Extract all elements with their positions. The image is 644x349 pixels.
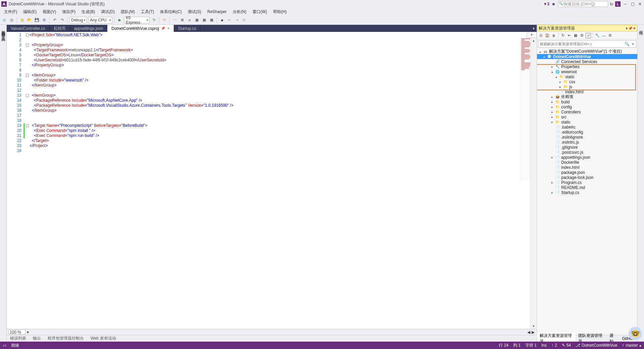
new-project-button[interactable]: ▥ (19, 17, 25, 23)
document-tab[interactable]: 起始页 (50, 25, 70, 32)
document-tab[interactable]: DotnetCoreWithVue.csproj📌✕ (107, 25, 174, 32)
solution-search[interactable]: 🔍 ▾ (538, 40, 636, 48)
scroll-up-icon[interactable]: ▲ (531, 38, 537, 43)
status-pending[interactable]: ✎ 54 (562, 343, 571, 348)
document-tab[interactable]: appsettings.json (70, 25, 108, 32)
fold-toggle[interactable]: - (26, 74, 29, 77)
vertical-scrollbar[interactable]: ▲ ▼ (530, 38, 537, 329)
output-tab[interactable]: 输出 (32, 335, 42, 342)
save-button[interactable]: 💾 (34, 17, 40, 23)
tree-node[interactable]: ▸📁build (537, 99, 637, 104)
sx-sync-button[interactable]: 🗎 (551, 33, 556, 38)
zoom-dropdown-icon[interactable]: ▾ (27, 330, 29, 335)
tree-node[interactable]: ▸📁Controllers (537, 109, 637, 114)
tree-node[interactable]: 📄index.html (537, 89, 637, 94)
tree-node[interactable]: 📄package.json (537, 170, 637, 175)
fold-toggle[interactable]: - (26, 124, 29, 127)
sx-back-button[interactable]: ◎ (538, 33, 544, 38)
tree-node[interactable]: 📄.gitignore (537, 145, 637, 150)
menu-item[interactable]: 窗口(W) (250, 8, 270, 15)
tree-twisty-icon[interactable]: ▸ (550, 105, 554, 109)
feedback-icon[interactable]: ☻ (551, 2, 556, 6)
tree-twisty-icon[interactable]: ▸ (550, 156, 554, 159)
tb-icons[interactable]: ⋯ (172, 17, 178, 23)
tree-node[interactable]: ▸📄Program.cs (537, 180, 637, 185)
tree-node[interactable]: 📄index.html (537, 165, 637, 170)
sx-properties-button[interactable]: ⤢ (586, 33, 591, 38)
start-button[interactable]: ▶ (117, 17, 123, 23)
sx-collapse-button[interactable]: ⇤ (567, 33, 572, 38)
tree-twisty-icon[interactable]: ▸ (550, 115, 554, 119)
tree-node[interactable]: ▸📁src (537, 114, 637, 119)
menu-item[interactable]: 生成(B) (79, 8, 98, 15)
document-tab[interactable]: Startup.cs (174, 25, 201, 32)
menu-item[interactable]: 帮助(H) (270, 8, 289, 15)
tree-node[interactable]: 📄README.md (537, 185, 637, 190)
menu-item[interactable]: 调试(D) (98, 8, 117, 15)
menu-item[interactable]: 编辑(E) (20, 8, 39, 15)
tree-node[interactable]: 🔗Connected Services (537, 59, 637, 64)
fold-toggle[interactable]: - (26, 34, 29, 37)
close-button[interactable]: ✕ (637, 1, 643, 7)
tree-node[interactable]: ▴🌐wwwroot (537, 69, 637, 74)
scroll-track[interactable] (531, 43, 536, 323)
status-push[interactable]: ↑ 2 (551, 343, 557, 348)
tree-node[interactable]: ▸🔧Properties (537, 64, 637, 69)
split-editor-button[interactable]: ＋ (527, 32, 537, 38)
minimize-button[interactable]: ─ (623, 1, 628, 7)
refresh-browser-button[interactable]: ↻ (151, 17, 157, 23)
menu-item[interactable]: 工具(T) (138, 8, 157, 15)
redo-button[interactable]: ↷ (59, 17, 65, 23)
back-button[interactable]: ◎ (1, 17, 7, 23)
properties-tab[interactable]: 属性 (637, 26, 644, 30)
menu-item[interactable]: 视图(V) (40, 8, 59, 15)
scroll-down-icon[interactable]: ▼ (531, 323, 537, 329)
sx-wrench-button[interactable]: 🔧 (595, 33, 600, 38)
status-branch[interactable]: ⑂ master ▴ (622, 343, 641, 348)
menu-item[interactable]: 文件(F) (1, 8, 20, 15)
toolbox-tab[interactable]: 工具箱 (0, 32, 7, 36)
panel-dropdown-icon[interactable]: ▾ (626, 27, 628, 30)
hscroll-right-icon[interactable]: ▶ (532, 330, 535, 335)
fold-toggle[interactable]: - (26, 94, 29, 97)
tree-node[interactable]: 📄.babelrc (537, 124, 637, 130)
open-button[interactable]: 📂 (26, 17, 33, 23)
sx-view-button[interactable]: ⧉ (607, 33, 613, 38)
menu-item[interactable]: 团队(M) (118, 8, 138, 15)
maximize-button[interactable]: ▢ (630, 1, 635, 7)
tab-overflow-icon[interactable]: ▾ (531, 25, 537, 32)
menu-item[interactable]: 体系结构(C) (157, 8, 184, 15)
notification-flag-icon[interactable]: ▼3 (543, 2, 549, 6)
forward-button[interactable]: ◎ (9, 17, 15, 23)
tree-twisty-icon[interactable]: ▸ (550, 191, 554, 194)
tree-node[interactable]: ▸📁css (537, 79, 637, 84)
sx-refresh-button[interactable]: ↻ (560, 33, 566, 38)
platform-dropdown[interactable]: Any CPU (88, 17, 112, 23)
tb-icons[interactable]: ■ (219, 17, 225, 23)
fold-toggle[interactable]: - (26, 44, 29, 47)
save-all-button[interactable]: ⧉ (41, 17, 47, 23)
status-repo[interactable]: ⎇ DotnetCoreWithVue (576, 343, 617, 348)
output-tab[interactable]: 错误列表 (9, 335, 28, 342)
undo-button[interactable]: ↶ (52, 17, 58, 23)
quick-launch-input[interactable]: 快速启动 (Ctrl+Q) (558, 1, 608, 7)
zoom-level[interactable]: 100 % (9, 330, 25, 335)
menu-item[interactable]: 测试(S) (185, 8, 204, 15)
tree-node[interactable]: 📄Dockerfile (537, 160, 637, 165)
user-name[interactable]: lu (610, 2, 613, 6)
tree-twisty-icon[interactable]: ▸ (558, 80, 562, 84)
code-editor[interactable]: 123456789101112131415161718192021222324 … (7, 32, 537, 329)
document-tab[interactable]: ValuesController.cs (7, 25, 50, 32)
code-minimap[interactable] (520, 38, 530, 181)
sx-copy-button[interactable]: ⧉ (579, 33, 585, 38)
solution-node[interactable]: ▴🗂 解决方案"DotnetCoreWithVue"(1 个项目) (537, 49, 637, 54)
tb-icons[interactable]: ▦ (209, 17, 215, 23)
tree-twisty-icon[interactable]: ▸ (550, 120, 554, 124)
config-dropdown[interactable]: Debug (69, 17, 87, 23)
output-tab[interactable]: Web 发布活动 (89, 335, 117, 342)
tree-twisty-icon[interactable]: ▸ (558, 85, 562, 89)
user-avatar[interactable]: L (615, 1, 621, 7)
tree-node[interactable]: 📄.editorconfig (537, 130, 637, 135)
solution-search-input[interactable] (538, 42, 624, 46)
tree-node[interactable]: ▸📄appsettings.json (537, 155, 637, 160)
